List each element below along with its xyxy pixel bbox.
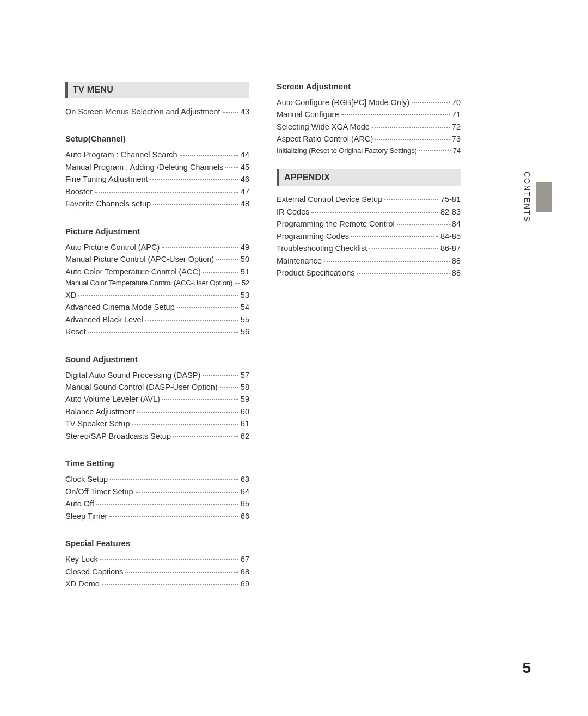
toc-page: 70	[452, 96, 461, 108]
toc-label: Auto Picture Control (APC)	[65, 241, 160, 253]
side-label: CONTENTS	[523, 172, 531, 222]
toc-row: Manual Program : Adding /Deleting Channe…	[65, 161, 249, 173]
toc-label: Manual Picture Control (APC-User Option)	[65, 253, 214, 265]
toc-dots	[341, 114, 449, 115]
toc-label: Balance Adjustment	[65, 406, 135, 418]
toc-label: Product Specifications	[277, 267, 354, 279]
toc-row: Advanced Cinema Mode Setup54	[65, 301, 249, 313]
toc-label: Clock Setup	[65, 473, 108, 485]
toc-row: Troubleshooting Checklist86-87	[277, 242, 461, 254]
toc-dots	[153, 204, 238, 205]
toc-row: Auto Off65	[65, 498, 249, 510]
toc-page: 74	[453, 145, 461, 156]
toc-page: 82-83	[440, 206, 461, 218]
toc-row: Favorite Channels setup48	[65, 198, 249, 210]
toc-page: 46	[241, 173, 249, 185]
toc-row: Booster47	[65, 186, 249, 198]
toc-page: 69	[241, 578, 249, 590]
toc-row: Programming the Remote Control84	[277, 218, 461, 230]
toc-label: Selecting Wide XGA Mode	[277, 121, 370, 133]
columns: TV MENU On Screen Menus Selection and Ad…	[65, 82, 529, 590]
toc-label: Auto Color Temperature Control (ACC)	[65, 266, 201, 278]
toc-row: Stereo/SAP Broadcasts Setup62	[65, 430, 249, 442]
toc-label: Digital Auto Sound Processing (DASP)	[65, 369, 200, 381]
toc-row: Auto Picture Control (APC)49	[65, 241, 249, 253]
toc-dots	[225, 167, 238, 168]
toc-label: Advanced Black Level	[65, 314, 143, 326]
toc-page: 43	[241, 106, 249, 118]
toc-page: 53	[241, 289, 249, 301]
footer-rule	[471, 656, 531, 656]
toc-dots	[145, 320, 238, 321]
toc-dots	[102, 584, 238, 585]
toc-dots	[369, 248, 438, 249]
toc-label: Auto Configure (RGB[PC] Mode Only)	[277, 96, 409, 108]
toc-row: Aspect Ratio Control (ARC)73	[277, 133, 461, 145]
toc-row: Advanced Black Level55	[65, 314, 249, 326]
tv-menu-header: TV MENU	[65, 82, 249, 98]
toc-page: 88	[452, 267, 461, 279]
toc-page: 51	[241, 266, 249, 278]
toc-row: Manual Sound Control (DASP-User Option)5…	[65, 381, 249, 393]
toc-dots	[397, 224, 450, 225]
toc-label: Manual Color Temperature Control (ACC-Us…	[65, 278, 232, 289]
toc-label: Advanced Cinema Mode Setup	[65, 301, 175, 313]
subhead: Special Features	[65, 538, 249, 548]
toc-label: Troubleshooting Checklist	[277, 242, 367, 254]
toc-dots	[375, 139, 450, 140]
toc-page: 73	[452, 133, 461, 145]
toc-row: Sleep Timer66	[65, 510, 249, 522]
toc-page: 54	[241, 301, 249, 313]
toc-dots	[203, 272, 238, 273]
toc-label: Initializing (Reset to Original Factory …	[277, 145, 417, 156]
toc-row: Initializing (Reset to Original Factory …	[277, 145, 461, 156]
toc-page: 62	[241, 430, 249, 442]
toc-label: Sleep Timer	[65, 510, 107, 522]
toc-page: 75-81	[440, 193, 461, 205]
toc-dots	[220, 387, 238, 388]
toc-dots	[100, 559, 238, 560]
toc-dots	[78, 295, 238, 296]
toc-row: XD53	[65, 289, 249, 301]
toc-row: Manual Picture Control (APC-User Option)…	[65, 253, 249, 265]
toc-row: On/Off Timer Setup64	[65, 486, 249, 498]
toc-page: 63	[241, 473, 249, 485]
toc-label: Stereo/SAP Broadcasts Setup	[65, 430, 171, 442]
right-column: Screen AdjustmentAuto Configure (RGB[PC]…	[277, 82, 461, 590]
toc-page: 50	[241, 253, 249, 265]
toc-dots	[132, 424, 238, 425]
toc-page: 67	[241, 553, 249, 565]
toc-row: Auto Color Temperature Control (ACC)51	[65, 266, 249, 278]
toc-dots	[88, 332, 238, 333]
toc-dots	[137, 412, 238, 413]
toc-row: Fine Tuning Adjustment46	[65, 173, 249, 185]
toc-label: Auto Program : Channel Search	[65, 149, 177, 161]
toc-dots	[173, 436, 238, 437]
toc-row: Product Specifications88	[277, 267, 461, 279]
toc-dots	[95, 192, 238, 193]
toc-dots	[235, 283, 240, 284]
toc-label: Programming Codes	[277, 230, 349, 242]
toc-label: IR Codes	[277, 206, 309, 218]
toc-row: Clock Setup63	[65, 473, 249, 485]
toc-row: IR Codes82-83	[277, 206, 461, 218]
left-column: TV MENU On Screen Menus Selection and Ad…	[65, 82, 249, 590]
toc-dots	[357, 273, 449, 274]
toc-dots	[109, 516, 238, 517]
subhead: Time Setting	[65, 458, 249, 468]
side-bar	[536, 182, 552, 212]
toc-page: 72	[452, 121, 461, 133]
toc-label: Key Lock	[65, 553, 98, 565]
toc-row: Selecting Wide XGA Mode72	[277, 121, 461, 133]
toc-label: Manual Sound Control (DASP-User Option)	[65, 381, 218, 393]
toc-page: 88	[452, 255, 461, 267]
page: TV MENU On Screen Menus Selection and Ad…	[0, 0, 588, 716]
toc-dots	[162, 399, 238, 400]
toc-label: Auto Off	[65, 498, 94, 510]
toc-row: Maintenance88	[277, 255, 461, 267]
toc-page: 65	[241, 498, 249, 510]
toc-page: 59	[241, 393, 249, 405]
toc-page: 44	[241, 149, 249, 161]
toc-page: 84	[452, 218, 461, 230]
toc-row: Auto Configure (RGB[PC] Mode Only)70	[277, 96, 461, 108]
